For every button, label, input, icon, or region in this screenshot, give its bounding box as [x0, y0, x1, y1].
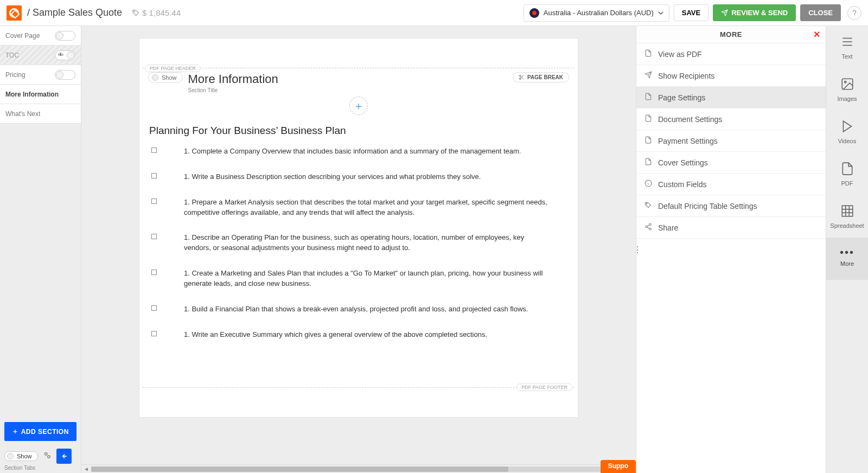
support-tab[interactable]: Suppo — [601, 460, 636, 473]
checklist-item[interactable]: 1. Write an Executive Summary which give… — [149, 330, 551, 340]
checklist-item[interactable]: 1. Create a Marketing and Sales Plan tha… — [149, 269, 551, 289]
section-title[interactable]: More Information — [188, 72, 278, 86]
flag-australia-icon — [529, 8, 539, 18]
rail-images[interactable]: Images — [826, 68, 868, 111]
editor-canvas[interactable]: PDF PAGE HEADER Show More Information Se… — [81, 26, 636, 473]
more-icon: ••• — [840, 251, 854, 257]
rail-pdf[interactable]: PDF — [826, 153, 868, 195]
tag-icon — [644, 201, 653, 210]
sidebar-item-more-information[interactable]: More Information — [0, 85, 81, 104]
section-show-toggle[interactable]: Show — [148, 72, 183, 83]
svg-point-18 — [844, 81, 846, 83]
checkbox[interactable] — [151, 148, 157, 153]
rail-more[interactable]: •••More — [826, 238, 868, 280]
rail-label: Spreadsheet — [830, 222, 864, 229]
rail-text[interactable]: Text — [826, 26, 868, 68]
show-section-toggle[interactable]: Show — [4, 451, 38, 461]
checklist-item[interactable]: 1. Prepare a Market Analysis section tha… — [149, 197, 551, 218]
sidebar-item-cover-page[interactable]: Cover Page👁 — [0, 26, 81, 46]
svg-point-11 — [649, 228, 652, 230]
checklist-text: 1. Complete a Company Overview that incl… — [184, 146, 551, 157]
more-item-default-pricing-table-settings[interactable]: Default Pricing Table Settings — [636, 195, 826, 217]
plus-icon: ＋ — [12, 427, 19, 436]
checkbox[interactable] — [151, 331, 157, 336]
rail-spreadsheet[interactable]: Spreadsheet — [826, 195, 868, 238]
top-bar: / Sample Sales Quote $ 1,845.44 Australi… — [0, 0, 868, 26]
spreadsheet-icon — [840, 204, 854, 219]
chevron-down-icon — [658, 10, 663, 16]
checklist-item[interactable]: 1. Write a Business Description section … — [149, 172, 551, 182]
more-item-custom-fields[interactable]: Custom Fields — [636, 174, 826, 195]
visibility-toggle[interactable]: 👁 — [55, 70, 75, 80]
more-item-document-settings[interactable]: Document Settings — [636, 108, 826, 130]
more-item-payment-settings[interactable]: Payment Settings — [636, 130, 826, 152]
more-item-show-recipients[interactable]: Show Recipients — [636, 65, 826, 87]
help-icon[interactable]: ? — [847, 6, 861, 20]
info-icon — [644, 180, 653, 189]
more-item-label: Page Settings — [658, 93, 705, 102]
svg-point-2 — [47, 456, 50, 458]
section-tabs-label: Section Tabs — [0, 465, 81, 473]
more-item-label: Default Pricing Table Settings — [658, 202, 757, 210]
close-icon[interactable]: ✕ — [813, 29, 821, 40]
paper-plane-icon — [721, 9, 728, 16]
videos-icon — [840, 119, 854, 135]
review-send-button[interactable]: REVIEW & SEND — [713, 4, 796, 21]
page-break-button[interactable]: PAGE BREAK — [513, 72, 569, 82]
checkbox[interactable] — [151, 305, 157, 311]
eye-off-icon: 👁 — [58, 52, 63, 57]
checkbox[interactable] — [151, 270, 157, 275]
svg-point-3 — [519, 75, 521, 76]
checkbox[interactable] — [151, 199, 157, 204]
svg-line-12 — [647, 225, 649, 226]
collapse-sidebar-button[interactable] — [56, 449, 72, 464]
checkbox[interactable] — [151, 173, 157, 178]
rail-label: Text — [841, 53, 852, 60]
horizontal-scrollbar[interactable]: ◄ ► — [81, 464, 636, 473]
close-button[interactable]: CLOSE — [800, 4, 841, 21]
more-item-view-as-pdf[interactable]: View as PDF — [636, 43, 826, 65]
more-panel: MORE ✕ View as PDFShow RecipientsPage Se… — [636, 26, 826, 473]
share-icon — [644, 223, 653, 232]
checklist-item[interactable]: 1. Complete a Company Overview that incl… — [149, 146, 551, 157]
svg-point-4 — [519, 78, 521, 80]
more-item-label: Show Recipients — [658, 72, 714, 80]
document-heading[interactable]: Planning For Your Business’ Business Pla… — [149, 125, 551, 137]
rail-videos[interactable]: Videos — [826, 111, 868, 153]
more-item-page-settings[interactable]: Page Settings — [636, 87, 826, 108]
more-panel-header: MORE ✕ — [636, 26, 826, 43]
checklist-item[interactable]: 1. Describe an Operating Plan for the bu… — [149, 233, 551, 253]
add-section-button[interactable]: ＋ ADD SECTION — [4, 422, 76, 441]
settings-icon[interactable] — [42, 450, 52, 462]
rail-label: PDF — [841, 180, 853, 187]
currency-label: Australia - Australian Dollars (AUD) — [544, 9, 654, 17]
checkbox[interactable] — [151, 234, 157, 239]
text-icon — [840, 35, 854, 50]
svg-point-10 — [646, 226, 648, 228]
more-item-cover-settings[interactable]: Cover Settings — [636, 152, 826, 174]
currency-selector[interactable]: Australia - Australian Dollars (AUD) — [524, 4, 669, 22]
sidebar-item-label: Cover Page — [5, 32, 40, 40]
more-item-label: View as PDF — [658, 50, 702, 59]
app-logo[interactable] — [7, 5, 22, 21]
scroll-left-icon[interactable]: ◄ — [81, 466, 91, 472]
sidebar-item-toc[interactable]: TOC👁 — [0, 46, 81, 65]
checklist-text: 1. Describe an Operating Plan for the bu… — [184, 233, 551, 253]
panel-resize-handle[interactable]: ⋮ — [633, 248, 642, 252]
more-item-label: Document Settings — [658, 115, 722, 124]
send-icon — [644, 71, 653, 80]
arrow-left-icon — [60, 452, 68, 460]
sidebar-item-label: More Information — [5, 91, 59, 98]
document-title[interactable]: / Sample Sales Quote — [27, 7, 122, 18]
svg-point-1 — [44, 453, 47, 456]
visibility-toggle[interactable]: 👁 — [55, 50, 75, 60]
images-icon — [840, 77, 854, 92]
visibility-toggle[interactable]: 👁 — [55, 31, 75, 41]
sidebar-item-what-s-next[interactable]: What's Next — [0, 104, 81, 124]
save-button[interactable]: SAVE — [674, 4, 709, 21]
checklist-text: 1. Build a Financial Plan that shows a b… — [184, 304, 551, 315]
add-content-button[interactable]: ＋ — [349, 97, 368, 115]
sidebar-item-pricing[interactable]: Pricing👁 — [0, 65, 81, 85]
more-item-share[interactable]: Share — [636, 217, 826, 239]
checklist-item[interactable]: 1. Build a Financial Plan that shows a b… — [149, 304, 551, 315]
